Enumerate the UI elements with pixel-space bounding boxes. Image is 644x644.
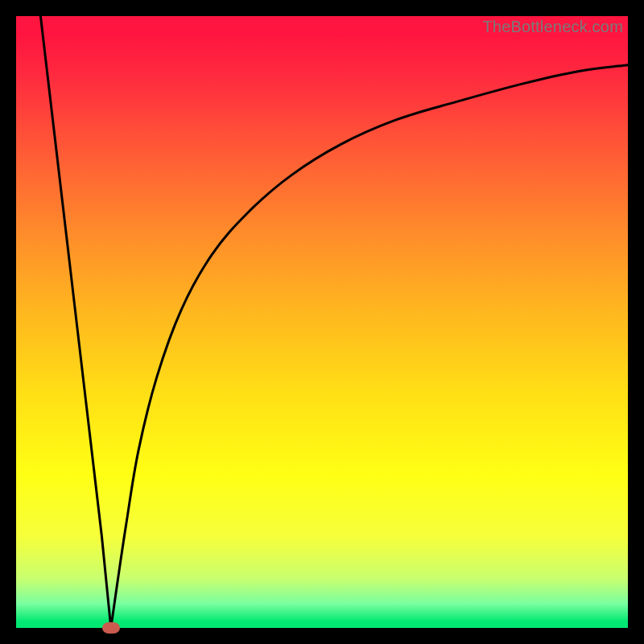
- optimal-point-marker: [102, 622, 120, 634]
- bottleneck-curve: [16, 16, 628, 628]
- curve-right-branch: [111, 65, 628, 628]
- watermark-text: TheBottleneck.com: [482, 18, 623, 36]
- chart-frame: TheBottleneck.com: [16, 16, 628, 628]
- plot-area: [16, 16, 628, 628]
- curve-left-branch: [40, 16, 110, 628]
